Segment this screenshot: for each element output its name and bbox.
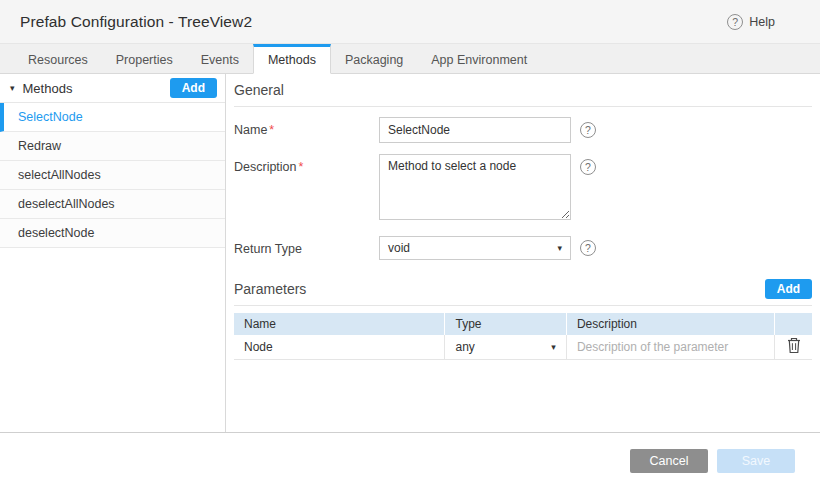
description-label: Description* [234, 154, 379, 174]
name-label: Name* [234, 117, 379, 137]
tab-app-environment[interactable]: App Environment [417, 44, 541, 74]
delete-parameter-button[interactable] [783, 335, 805, 359]
tab-methods[interactable]: Methods [253, 44, 331, 74]
add-parameter-button[interactable]: Add [765, 279, 812, 299]
page-title: Prefab Configuration - TreeView2 [20, 13, 252, 31]
tab-events[interactable]: Events [187, 44, 253, 74]
help-circle-icon: ? [727, 14, 743, 30]
parameter-row: any ▾ [234, 335, 812, 360]
name-help-icon[interactable]: ? [580, 122, 596, 138]
divider [234, 305, 812, 306]
description-textarea[interactable]: Method to select a node [379, 154, 571, 220]
description-field-row: Description* Method to select a node ? [234, 154, 812, 220]
parameters-header: Parameters Add [234, 279, 812, 299]
tab-packaging[interactable]: Packaging [331, 44, 417, 74]
parameters-table-header-row: Name Type Description [234, 313, 812, 335]
add-method-button[interactable]: Add [170, 78, 217, 98]
column-header-action [774, 313, 812, 335]
titlebar: Prefab Configuration - TreeView2 ? Help [0, 0, 820, 44]
save-button[interactable]: Save [717, 449, 795, 473]
sidebar-item-selectnode[interactable]: SelectNode [0, 103, 225, 132]
tab-resources[interactable]: Resources [14, 44, 102, 74]
return-type-field-row: Return Type void ▾ ? [234, 236, 812, 260]
parameter-name-input[interactable] [234, 336, 444, 359]
main-area: ▾ Methods Add SelectNode Redraw selectAl… [0, 74, 820, 433]
name-input[interactable] [379, 117, 571, 143]
parameter-type-value: any [455, 340, 474, 354]
tab-properties[interactable]: Properties [102, 44, 187, 74]
sidebar-section-label: Methods [23, 81, 73, 96]
methods-sidebar: ▾ Methods Add SelectNode Redraw selectAl… [0, 74, 226, 432]
return-type-label: Return Type [234, 236, 379, 256]
name-field-row: Name* ? [234, 117, 812, 143]
divider [234, 106, 812, 107]
description-help-icon[interactable]: ? [580, 159, 596, 175]
help-label: Help [749, 15, 775, 29]
required-asterisk: * [269, 123, 274, 137]
parameter-description-input[interactable] [567, 336, 774, 359]
required-asterisk: * [299, 160, 304, 174]
parameters-section-heading: Parameters [234, 281, 306, 297]
general-section-heading: General [234, 82, 812, 98]
sidebar-header: ▾ Methods Add [0, 74, 225, 103]
parameters-table: Name Type Description any [234, 313, 812, 360]
parameter-type-select[interactable]: any ▾ [445, 336, 565, 359]
return-type-select[interactable]: void ▾ [379, 236, 571, 260]
column-header-name: Name [234, 313, 445, 335]
method-detail-panel: General Name* ? Description* Method to s… [226, 74, 820, 432]
return-type-value: void [388, 241, 410, 255]
tab-bar: Resources Properties Events Methods Pack… [0, 44, 820, 74]
column-header-type: Type [445, 313, 566, 335]
chevron-down-icon[interactable]: ▾ [10, 83, 15, 93]
dialog-footer: Cancel Save [0, 433, 820, 488]
help-button[interactable]: ? Help [727, 14, 775, 30]
sidebar-item-redraw[interactable]: Redraw [0, 132, 225, 161]
sidebar-item-selectallnodes[interactable]: selectAllNodes [0, 161, 225, 190]
sidebar-item-deselectnode[interactable]: deselectNode [0, 219, 225, 248]
dropdown-arrow-icon: ▾ [551, 342, 556, 352]
dropdown-arrow-icon: ▾ [557, 243, 562, 253]
return-type-help-icon[interactable]: ? [580, 240, 596, 256]
trash-icon [787, 342, 801, 357]
prefab-configuration-dialog: Prefab Configuration - TreeView2 ? Help … [0, 0, 820, 488]
sidebar-item-deselectallnodes[interactable]: deselectAllNodes [0, 190, 225, 219]
cancel-button[interactable]: Cancel [630, 449, 708, 473]
column-header-description: Description [566, 313, 774, 335]
